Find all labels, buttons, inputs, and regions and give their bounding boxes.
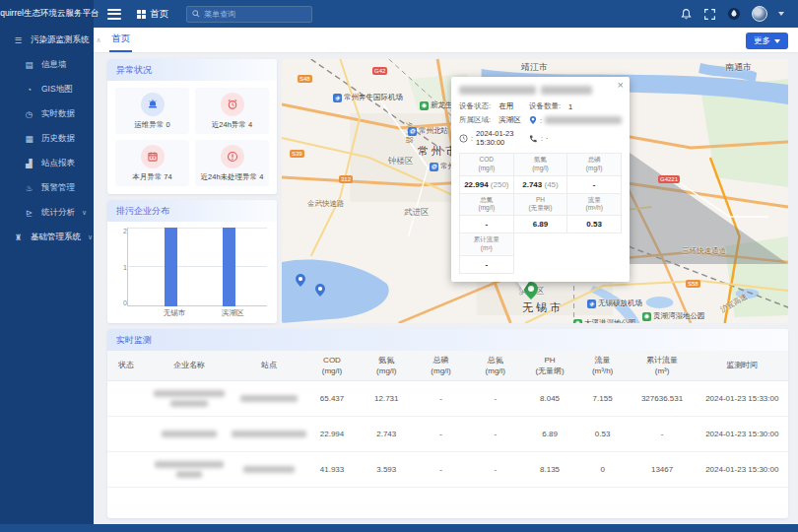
col-status: 状态 xyxy=(107,351,145,380)
col-nh3: 氨氮(mg/l) xyxy=(360,351,414,380)
device-count-value: 1 xyxy=(568,102,572,111)
abnormal-status-panel: 异常状况 运维异常 0 近24h异常 4 xyxy=(107,59,277,194)
bar-binhu[interactable] xyxy=(223,228,235,306)
bar-wuxi[interactable] xyxy=(165,228,177,306)
map-poi[interactable]: ⛭常州北站 xyxy=(408,126,448,136)
ph-value: 6.89 xyxy=(533,220,549,229)
tab-strip: 首页 更多 xyxy=(94,28,798,53)
realtime-monitoring-panel: 实时监测 状态 企业名称 站点 COD(mg/l) 氨氮(mg/l) 总磷(mg… xyxy=(107,329,788,518)
sidebar-item-history-data[interactable]: ▦ 历史数据 xyxy=(0,126,94,151)
abnormal-panel-title: 异常状况 xyxy=(107,59,277,81)
expand-caret-icon: ∨ xyxy=(82,209,87,217)
road-shield: S39 xyxy=(290,150,304,158)
base-system-icon: ♜ xyxy=(13,233,24,242)
map-marker-pin[interactable] xyxy=(296,274,305,287)
location-pin-icon xyxy=(529,116,537,124)
user-menu-caret-icon[interactable] xyxy=(778,12,784,16)
popup-metrics-table: COD(mg/l) 氨氮(mg/l) 总磷(mg/l) 22.994 (250)… xyxy=(459,153,622,274)
map-poi[interactable]: ♣贡湖湾湿地公园 xyxy=(642,311,705,321)
station-name-redacted xyxy=(233,431,305,437)
notification-icon[interactable] xyxy=(680,8,693,21)
menu-search[interactable] xyxy=(186,6,312,23)
card-month-abnormal[interactable]: 本月异常 74 xyxy=(115,140,189,186)
theme-flame-icon[interactable] xyxy=(727,7,741,21)
calendar-icon xyxy=(141,145,165,168)
topbar-actions xyxy=(680,6,798,22)
map-label-road: 三环快速通道 xyxy=(682,246,726,256)
search-input[interactable] xyxy=(204,10,306,19)
park-icon: ♣ xyxy=(642,312,651,321)
sidebar-item-base-system[interactable]: ♜ 基础管理系统 ∨ xyxy=(0,225,94,249)
warning-circle-icon xyxy=(221,145,244,168)
breadcrumb[interactable]: 首页 xyxy=(137,8,168,21)
road-shield: G42 xyxy=(372,67,387,75)
expand-caret-icon: ∨ xyxy=(88,233,93,241)
more-button[interactable]: 更多 xyxy=(746,33,788,49)
siren-icon xyxy=(141,93,165,116)
y-tick: 2 xyxy=(113,228,127,234)
clock-icon xyxy=(459,134,468,143)
map-poi[interactable]: ♣大溪港湿地公园 xyxy=(573,318,636,323)
popup-close-icon[interactable]: × xyxy=(618,79,624,91)
phone-icon xyxy=(529,134,538,143)
table-row[interactable]: 65.437 12.731 - - 8.045 7.155 327636.531… xyxy=(107,380,788,416)
menu-toggle-icon[interactable] xyxy=(107,9,121,20)
sidebar-item-realtime-data[interactable]: ◷ 实时数据 xyxy=(0,101,94,126)
airport-icon: ✈ xyxy=(333,94,342,102)
table-row[interactable]: 41.933 3.593 - - 8.135 0 13467 2024-01-2… xyxy=(107,451,788,487)
station-info-popup: × 设备状态: 在用 设备数量: 1 所属区域: 滨湖区 : xyxy=(451,77,630,282)
col-station: 站点 xyxy=(233,351,305,380)
cod-value: 22.994 xyxy=(464,180,488,189)
table-row[interactable]: 22.994 2.743 - - 6.89 0.53 - 2024-01-23 … xyxy=(107,416,788,451)
x-tick-label: 滨湖区 xyxy=(222,308,244,318)
card-maintenance-abnormal[interactable]: 运维异常 0 xyxy=(115,88,189,134)
col-total-flow: 累计流量(m³) xyxy=(629,351,697,380)
airport-icon: ✈ xyxy=(587,299,596,308)
map-marker-pin[interactable] xyxy=(315,284,325,297)
sidebar-item-info-wall[interactable]: ▤ 信息墙 xyxy=(0,52,94,77)
map-poi[interactable]: ✈常州奔牛国际机场 xyxy=(333,93,403,102)
collapse-caret-icon: ∧ xyxy=(97,36,101,44)
fullscreen-icon[interactable] xyxy=(703,8,716,21)
footer-bar xyxy=(0,524,798,532)
card-24h-abnormal[interactable]: 近24h异常 4 xyxy=(195,88,269,134)
sidebar-item-alert-management[interactable]: ♨ 预警管理 xyxy=(0,175,94,200)
content-area: 首页 更多 异常状况 运维异常 0 xyxy=(94,28,798,524)
map-poi[interactable]: ✈无锡硕放机场 xyxy=(587,299,642,308)
alarm-clock-icon xyxy=(221,93,244,116)
sidebar-item-pollution-system[interactable]: ☰ 污染源监测系统 ∧ xyxy=(0,28,94,52)
breadcrumb-home[interactable]: 首页 xyxy=(150,8,168,21)
col-tn: 总氮(mg/l) xyxy=(468,351,522,380)
left-column: 异常状况 运维异常 0 近24h异常 4 xyxy=(107,59,277,323)
tp-value: - xyxy=(593,180,596,189)
sidebar-item-gis-map[interactable]: ◔ GIS地图 xyxy=(0,77,94,101)
card-24h-unhandled-abnormal[interactable]: 近24h未处理异常 4 xyxy=(195,140,269,186)
sidebar-item-station-report[interactable]: ▟ 站点报表 xyxy=(0,151,94,175)
history-icon: ▦ xyxy=(24,134,34,144)
bar-chart: 2 1 0 无锡市 滨湖区 xyxy=(107,222,277,323)
col-time: 监测时间 xyxy=(697,351,788,380)
address-redacted: : xyxy=(529,115,622,125)
y-tick: 1 xyxy=(113,264,127,271)
station-icon: ⛭ xyxy=(408,127,417,136)
region-value: 滨湖区 xyxy=(499,115,521,125)
realtime-table: 状态 企业名称 站点 COD(mg/l) 氨氮(mg/l) 总磷(mg/l) 总… xyxy=(107,351,788,488)
user-avatar[interactable] xyxy=(752,6,767,22)
map-label-road: 金武快速路 xyxy=(307,199,345,209)
station-name-redacted xyxy=(233,395,305,402)
road-shield: S48 xyxy=(298,75,312,83)
tab-home[interactable]: 首页 xyxy=(109,28,132,52)
top-bar: Squirrel生态环境云服务平台 首页 xyxy=(0,0,798,28)
popup-title-redacted xyxy=(459,86,622,95)
map-label-district: 钟楼区 xyxy=(388,156,414,167)
col-flow: 流量(m³/h) xyxy=(577,351,629,380)
park-icon: ♣ xyxy=(573,319,582,324)
sidebar-item-statistics[interactable]: ⊵ 统计分析 ∨ xyxy=(0,200,94,225)
station-name-redacted xyxy=(233,466,305,473)
col-company: 企业名称 xyxy=(145,351,233,380)
col-cod: COD(mg/l) xyxy=(304,351,359,380)
map-label-district: 武进区 xyxy=(404,207,430,219)
dashboard-main: 异常状况 运维异常 0 近24h异常 4 xyxy=(94,53,798,524)
gis-map-view[interactable]: 靖江市 南通市 常州市 无锡市 江阴市 钟楼区 武进区 滨湖区 金武快速路 三环… xyxy=(282,59,788,323)
realtime-panel-title: 实时监测 xyxy=(107,329,788,351)
